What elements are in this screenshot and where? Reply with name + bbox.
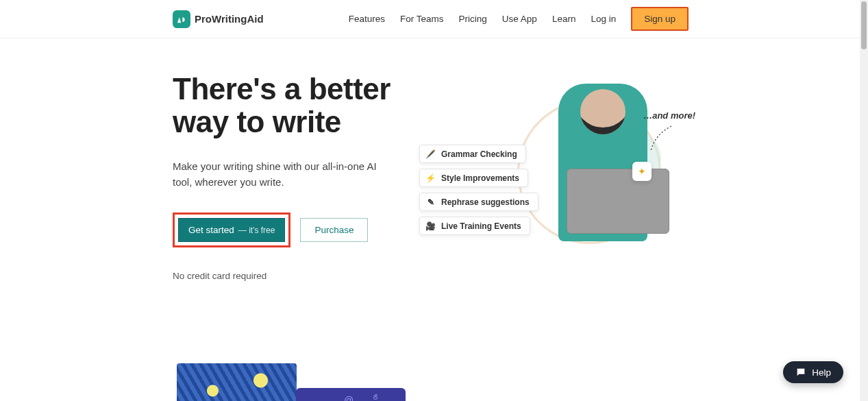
nav-pricing[interactable]: Pricing (459, 14, 487, 24)
feature-chips: 🖋️ Grammar Checking ⚡ Style Improvements… (419, 145, 538, 235)
chip-rephrase: ✎ Rephrase suggestions (419, 193, 538, 211)
hero-illustration: ✦ …and more! 🖋️ Grammar Checking ⚡ Style… (447, 80, 689, 271)
and-more-text: …and more! (643, 110, 695, 121)
chip-style: ⚡ Style Improvements (419, 169, 528, 187)
chip-label: Rephrase suggestions (441, 197, 530, 207)
help-label: Help (812, 367, 831, 378)
hero: There's a better way to write Make your … (0, 38, 860, 281)
get-started-label: Get started (188, 225, 234, 235)
starry-illustration: @ ಠ ⊚ ⊚ ෴ (173, 363, 406, 401)
logo-icon (173, 10, 190, 28)
get-started-button[interactable]: Get started — it's free (178, 218, 285, 242)
nav-use-app[interactable]: Use App (502, 14, 537, 24)
chip-label: Grammar Checking (441, 149, 517, 159)
bolt-icon: ⚡ (425, 173, 436, 183)
logo[interactable]: ProWritingAid (173, 10, 264, 28)
hero-title: There's a better way to write (173, 73, 447, 138)
starry-night-image (177, 363, 297, 401)
nav: Features For Teams Pricing Use App Learn… (349, 7, 689, 31)
get-started-note: — it's free (238, 226, 275, 235)
second-section: @ ಠ ⊚ ⊚ ෴ Do you feel like your writing … (0, 281, 860, 401)
cta-row: Get started — it's free Purchase (173, 212, 447, 247)
wand-icon: ✎ (425, 197, 436, 207)
chat-icon (795, 367, 806, 378)
laptop-illustration (567, 169, 669, 234)
doodle-icon: @ (344, 395, 354, 401)
no-credit-card-note: No credit card required (173, 271, 447, 281)
chip-label: Live Training Events (441, 221, 521, 231)
pen-icon: 🖋️ (425, 149, 436, 159)
chip-grammar: 🖋️ Grammar Checking (419, 145, 526, 163)
signup-highlight: Sign up (631, 7, 689, 31)
nav-for-teams[interactable]: For Teams (400, 14, 444, 24)
dotted-arrow-icon (647, 125, 675, 152)
brand-name: ProWritingAid (195, 13, 264, 25)
nav-features[interactable]: Features (349, 14, 385, 24)
sparkle-icon: ✦ (632, 162, 652, 181)
get-started-highlight: Get started — it's free (173, 212, 290, 247)
scrollbar-thumb[interactable] (861, 1, 867, 49)
nav-learn[interactable]: Learn (552, 14, 576, 24)
signup-button[interactable]: Sign up (633, 9, 686, 29)
purple-panel: @ ಠ ⊚ ⊚ ෴ (296, 388, 406, 401)
purchase-button[interactable]: Purchase (300, 218, 368, 242)
scrollbar[interactable] (860, 0, 868, 401)
hero-subtitle: Make your writing shine with our all-in-… (173, 158, 399, 191)
camera-icon: 🎥 (425, 221, 436, 231)
doodle-icon: ಠ (371, 392, 381, 401)
header: ProWritingAid Features For Teams Pricing… (0, 0, 860, 38)
chip-training: 🎥 Live Training Events (419, 217, 530, 235)
hero-left: There's a better way to write Make your … (173, 73, 447, 281)
chip-label: Style Improvements (441, 173, 519, 183)
help-widget[interactable]: Help (783, 361, 843, 383)
nav-log-in[interactable]: Log in (591, 14, 616, 24)
